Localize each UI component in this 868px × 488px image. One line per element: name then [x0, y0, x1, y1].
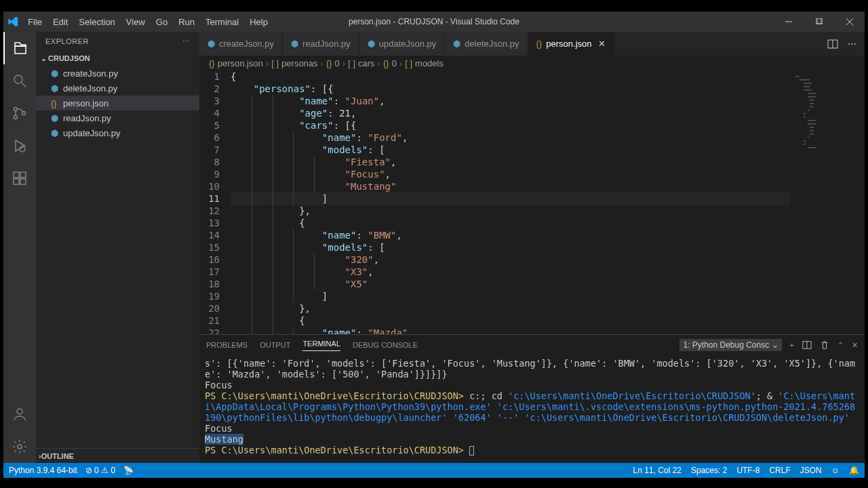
svg-point-7 — [14, 108, 18, 111]
file-icon: ⬢ — [291, 39, 298, 49]
run-debug-icon[interactable] — [3, 129, 36, 162]
terminal-panel: PROBLEMS OUTPUT TERMINAL DEBUG CONSOLE 1… — [199, 334, 865, 463]
explorer-icon[interactable] — [3, 32, 36, 64]
status-eol[interactable]: CRLF — [769, 466, 790, 475]
minimap[interactable]: ▬▬ ▬▬▬▬▬ ▬▬▬▬ ▬▬▬ ▬▬▬▬ ▬▬▬▬ ▬▬▬▬ ▬▬ ▬▬ ▬… — [790, 70, 865, 334]
file-item[interactable]: {}person.json — [36, 96, 199, 110]
accounts-icon[interactable] — [3, 398, 36, 430]
code-editor[interactable]: 12345678910111213141516171819202122 { "p… — [199, 70, 865, 334]
file-icon: ⬢ — [51, 83, 63, 94]
status-language[interactable]: JSON — [800, 466, 822, 475]
file-icon: ⬢ — [368, 39, 375, 49]
editor-tab[interactable]: ⬢createJson.py — [199, 32, 283, 56]
menu-terminal[interactable]: Terminal — [200, 17, 244, 27]
svg-point-16 — [18, 445, 22, 449]
file-icon: {} — [51, 98, 63, 108]
breadcrumbs[interactable]: {} person.json›[ ] personas›{} 0›[ ] car… — [199, 56, 865, 70]
tab-actions: ⋯ — [819, 32, 865, 56]
split-terminal-icon[interactable] — [802, 340, 812, 350]
svg-point-9 — [22, 112, 26, 115]
file-icon: {} — [536, 39, 542, 49]
sidebar: EXPLORER ⋯ ⌄ CRUDJSON ⬢createJson.py⬢del… — [36, 32, 199, 463]
status-feedback-icon[interactable]: ☺ — [831, 466, 840, 475]
terminal-select[interactable]: 1: Python Debug Consc ⌄ — [679, 339, 781, 351]
svg-point-8 — [14, 116, 18, 119]
file-item[interactable]: ⬢createJson.py — [36, 66, 199, 81]
editor-tabs: ⬢createJson.py⬢readJson.py⬢updateJson.py… — [199, 32, 865, 56]
file-icon: ⬢ — [51, 68, 63, 79]
file-item[interactable]: ⬢readJson.py — [36, 110, 199, 125]
chevron-down-icon: ⌄ — [39, 54, 48, 63]
status-radio-icon[interactable]: 📡 — [123, 466, 134, 475]
editor-tab[interactable]: ⬢readJson.py — [283, 32, 359, 56]
close-tab-icon[interactable]: ✕ — [598, 39, 606, 49]
sidebar-header: EXPLORER ⋯ — [36, 32, 199, 51]
project-header[interactable]: ⌄ CRUDJSON — [36, 51, 199, 66]
maximize-button[interactable] — [804, 12, 834, 32]
close-button[interactable] — [834, 12, 865, 32]
file-item[interactable]: ⬢deleteJson.py — [36, 81, 199, 96]
titlebar[interactable]: File Edit Selection View Go Run Terminal… — [3, 12, 865, 32]
svg-rect-14 — [20, 172, 26, 178]
status-spaces[interactable]: Spaces: 2 — [691, 466, 727, 475]
svg-rect-1 — [816, 18, 821, 24]
panel-tabs: PROBLEMS OUTPUT TERMINAL DEBUG CONSOLE 1… — [199, 335, 865, 355]
status-position[interactable]: Ln 11, Col 22 — [633, 466, 682, 475]
menu-help[interactable]: Help — [244, 17, 273, 27]
svg-line-6 — [22, 83, 26, 87]
new-terminal-icon[interactable]: + — [790, 341, 794, 349]
file-icon: ⬢ — [208, 39, 215, 49]
vscode-window: File Edit Selection View Go Run Terminal… — [3, 12, 865, 478]
menu-view[interactable]: View — [121, 17, 151, 27]
more-actions-icon[interactable]: ⋯ — [848, 39, 856, 49]
more-icon[interactable]: ⋯ — [182, 37, 191, 46]
extensions-icon[interactable] — [3, 162, 36, 195]
status-python[interactable]: Python 3.9.4 64-bit — [9, 466, 77, 475]
menu-run[interactable]: Run — [173, 17, 200, 27]
kill-terminal-icon[interactable] — [820, 340, 829, 350]
status-problems[interactable]: ⊘ 0 ⚠ 0 — [85, 466, 115, 475]
menu-file[interactable]: File — [22, 17, 47, 27]
editor-area: ⬢createJson.py⬢readJson.py⬢updateJson.py… — [199, 32, 865, 463]
outline-header[interactable]: › OUTLINE — [36, 448, 199, 463]
split-editor-icon[interactable] — [827, 39, 838, 49]
status-bar: Python 3.9.4 64-bit ⊘ 0 ⚠ 0 📡 Ln 11, Col… — [3, 463, 865, 478]
window-title: person.json - CRUDJSON - Visual Studio C… — [349, 17, 519, 26]
svg-rect-12 — [14, 179, 19, 184]
menubar: File Edit Selection View Go Run Terminal… — [22, 17, 273, 27]
panel-tab-problems[interactable]: PROBLEMS — [206, 341, 248, 349]
svg-rect-2 — [817, 18, 823, 24]
terminal-output[interactable]: s': [{'name': 'Ford', 'models': ['Fiesta… — [199, 355, 865, 463]
file-item[interactable]: ⬢updateJson.py — [36, 125, 199, 140]
minimize-button[interactable] — [773, 12, 804, 32]
status-encoding[interactable]: UTF-8 — [736, 466, 760, 475]
maximize-panel-icon[interactable]: ⌃ — [837, 341, 844, 350]
window-controls — [773, 12, 865, 32]
svg-point-5 — [14, 75, 22, 83]
status-bell-icon[interactable]: 🔔 — [849, 466, 859, 475]
file-icon: ⬢ — [51, 113, 63, 123]
svg-rect-11 — [14, 172, 19, 178]
vscode-icon — [3, 16, 22, 27]
close-panel-icon[interactable]: ✕ — [852, 341, 858, 350]
menu-selection[interactable]: Selection — [73, 17, 120, 27]
activity-bar — [3, 32, 36, 463]
editor-tab[interactable]: ⬢updateJson.py — [359, 32, 446, 56]
panel-tab-terminal[interactable]: TERMINAL — [302, 340, 340, 351]
svg-point-15 — [17, 409, 22, 414]
svg-rect-13 — [20, 179, 26, 184]
menu-go[interactable]: Go — [151, 17, 173, 27]
panel-tab-debug[interactable]: DEBUG CONSOLE — [353, 341, 418, 349]
menu-edit[interactable]: Edit — [47, 17, 73, 27]
source-control-icon[interactable] — [3, 97, 36, 129]
file-icon: ⬢ — [51, 128, 63, 138]
settings-icon[interactable] — [3, 430, 36, 463]
editor-tab[interactable]: {}person.json✕ — [528, 32, 615, 56]
search-icon[interactable] — [3, 64, 36, 97]
panel-tab-output[interactable]: OUTPUT — [260, 341, 290, 349]
editor-tab[interactable]: ⬢deleteJson.py — [445, 32, 528, 56]
file-icon: ⬢ — [453, 39, 460, 49]
